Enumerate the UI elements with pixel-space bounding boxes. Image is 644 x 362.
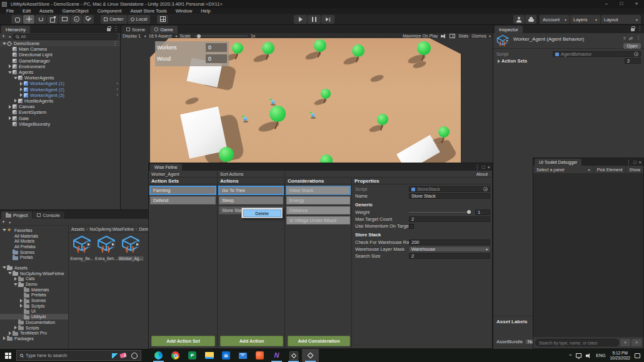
weight-slider[interactable] [409,212,471,213]
tree-row[interactable]: Scripts [0,303,68,309]
tree-row[interactable]: UI [0,309,68,314]
script-object-field[interactable]: AgentBehavior [553,51,641,57]
foldout-arrow-icon[interactable] [1,229,7,231]
tree-row[interactable]: Prefabs [0,293,68,298]
layout-dropdown[interactable]: Layout▾ [601,15,641,24]
tree-row[interactable]: Agents [0,69,120,75]
maximize-on-play-toggle[interactable]: Maximize On Play [403,34,438,38]
foldout-arrow-icon[interactable] [7,64,13,68]
foldout-arrow-icon[interactable] [13,99,18,103]
minimize-icon[interactable]: – [599,0,614,8]
foldout-arrow-icon[interactable] [18,93,24,97]
scene-header-row[interactable]: DemoScene⋮ [0,41,120,46]
tree-row[interactable]: Prefab [0,254,68,260]
object-field[interactable]: StoreStack [409,186,490,192]
object-picker-icon[interactable] [634,52,638,56]
taskbar-app-unity-hub[interactable] [285,349,302,362]
action-sets-row[interactable]: Action Sets 2 [493,58,644,64]
close-icon[interactable]: × [639,159,641,165]
tree-row[interactable]: Assets [0,265,68,271]
asset-item[interactable]: {}Extra_Beh... [96,236,117,261]
slider-value-field[interactable]: 1 [475,209,490,215]
tree-row[interactable]: ★Favorites [0,228,68,233]
add-button-considerations[interactable]: Add Consideration [288,336,350,346]
breadcrumb-item[interactable]: Assets [71,227,84,231]
agent-dropdown[interactable]: Worker_Agent [149,171,218,178]
chevron-right-icon[interactable]: › [116,81,118,86]
menu-edit[interactable]: Edit [18,8,35,14]
lock-icon[interactable] [107,28,111,31]
play-button[interactable] [294,15,307,24]
list-item[interactable]: Go To Tree [219,186,283,194]
taskbar-app-store[interactable] [218,349,234,362]
list-item[interactable]: Is Village Under Attack [286,216,350,224]
windows-start-icon[interactable] [0,349,16,362]
kebab-menu-icon[interactable]: ⋮ [113,41,118,46]
uitk-search-input[interactable]: Search by type, name, or class [535,339,619,346]
menu-assets[interactable]: Assets [35,8,58,14]
tab-game[interactable]: Game [150,26,177,33]
kebab-menu-icon[interactable]: ⋮ [637,26,642,31]
panel-select-dropdown[interactable]: Select a panel ▾ [533,166,594,174]
tab-inspector[interactable]: Inspector [495,26,523,33]
menu-help[interactable]: Help [196,8,214,14]
help-icon[interactable]: ? [623,36,626,41]
tab-console[interactable]: Console [33,211,64,219]
kebab-menu-icon[interactable]: ⋮ [475,165,480,170]
open-button[interactable]: Open [623,43,641,49]
foldout-arrow-icon[interactable] [498,59,500,63]
foldout-arrow-icon[interactable] [13,277,18,281]
list-item[interactable]: Sleep [219,196,283,204]
menu-file[interactable]: File [2,8,18,14]
chevron-right-icon[interactable]: › [116,93,118,98]
tree-row[interactable]: WorkerAgents [0,75,120,81]
menu-window[interactable]: Window [171,8,197,14]
list-item[interactable]: Energy [286,196,350,204]
kebab-menu-icon[interactable]: ⋮ [636,36,641,41]
foldout-arrow-icon[interactable] [1,336,7,340]
list-item[interactable]: Defend [150,196,216,204]
context-menu-item-delete[interactable]: Delete [243,209,281,217]
cloud-icon[interactable] [525,15,536,24]
menu-component[interactable]: Component [93,8,126,14]
property-value-field[interactable]: Store Stack [409,193,490,199]
presets-icon[interactable]: ⇄ [629,36,633,41]
tree-row[interactable]: Scenes [0,249,68,255]
step-button[interactable] [321,15,335,24]
tree-row[interactable]: Canvas [0,104,120,109]
frame-debugger-icon[interactable] [450,34,455,38]
tree-row[interactable]: UtilityAI [0,314,68,319]
tree-row[interactable]: Environment [0,64,120,69]
foldout-arrow-icon[interactable] [18,304,24,308]
breadcrumb-item[interactable]: Demo [139,227,148,231]
tree-row[interactable]: Packages [0,336,68,341]
tray-expand-caret[interactable]: ^ [570,353,572,358]
about-button[interactable]: About [474,171,492,178]
show-button[interactable]: Show [626,166,643,174]
tree-row[interactable]: HostileAgents [0,98,120,104]
create-menu-caret[interactable]: ▾ [9,34,11,39]
menu-gameobject[interactable]: GameObject [58,8,93,14]
volume-icon[interactable] [586,353,591,358]
move-tool-icon[interactable] [23,15,34,24]
slider-handle[interactable] [467,210,471,214]
scale-slider[interactable]: Scale 1x [179,34,255,38]
hierarchy-search-input[interactable]: All [13,34,118,39]
create-menu-button[interactable]: + [2,34,5,39]
tree-row[interactable]: Cats [0,276,68,282]
tree-row[interactable]: Demo [0,281,68,287]
create-asset-caret[interactable]: ▾ [9,220,11,224]
account-dropdown[interactable]: Account▾ [540,15,570,24]
tree-row[interactable]: Documentation [0,319,68,325]
tree-row[interactable]: Materials [0,287,68,293]
lock-icon[interactable] [631,28,635,31]
maximize-icon[interactable]: □ [482,164,485,170]
maximize-icon[interactable]: □ [633,159,636,165]
taskbar-app-office[interactable] [251,349,268,362]
foldout-arrow-icon[interactable] [18,82,24,86]
tab-hierarchy[interactable]: Hierarchy [1,26,30,33]
tree-row[interactable]: NoOpArmy.WiseFeline [0,271,68,276]
add-button-action-sets[interactable]: Add Action Set [151,336,215,346]
taskbar-app-explorer[interactable] [201,349,218,362]
notification-icon[interactable] [635,353,640,358]
